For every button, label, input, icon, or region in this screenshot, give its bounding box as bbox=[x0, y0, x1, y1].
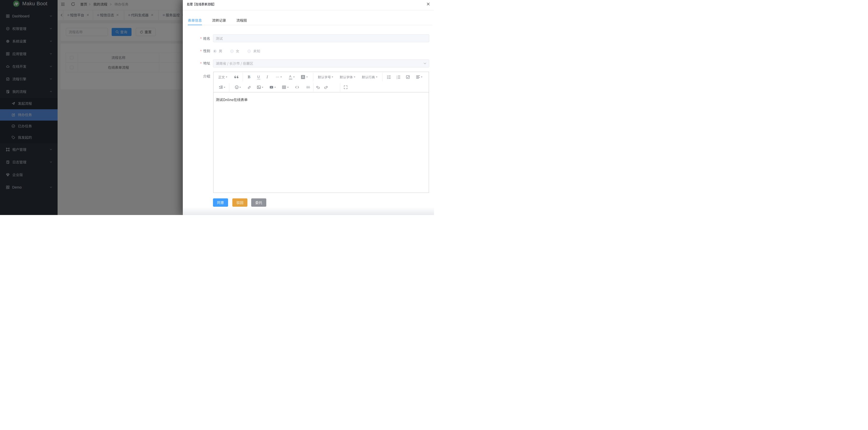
svg-text:3: 3 bbox=[397, 78, 397, 79]
